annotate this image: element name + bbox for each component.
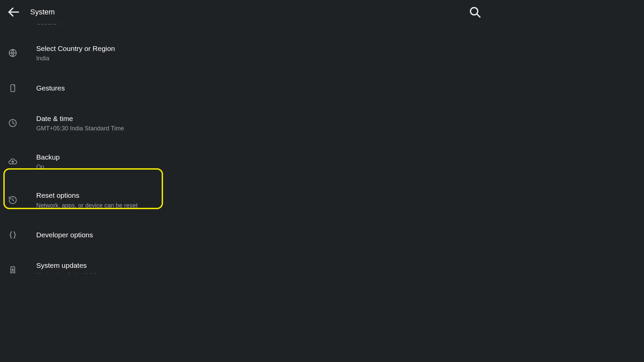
item-subtitle: India	[36, 55, 115, 62]
partial-previous-item: Gboard	[0, 24, 488, 30]
setting-item-date-time[interactable]: Date & timeGMT+05:30 India Standard Time	[0, 108, 488, 139]
item-text: Developer options	[36, 230, 93, 240]
arrow-back-icon	[7, 5, 20, 19]
globe-icon	[8, 48, 36, 58]
item-text: Gestures	[36, 83, 65, 93]
item-text: Date & timeGMT+05:30 India Standard Time	[36, 114, 124, 133]
item-text: Select Country or RegionIndia	[36, 44, 115, 63]
settings-list: Gboard Select Country or RegionIndia Ges…	[0, 24, 488, 274]
gesture-icon	[8, 83, 36, 93]
system-update-icon	[8, 265, 36, 274]
page-title: System	[30, 8, 55, 16]
svg-rect-5	[11, 84, 15, 92]
setting-item-country[interactable]: Select Country or RegionIndia	[0, 38, 488, 69]
braces-icon	[8, 230, 36, 240]
cloud-upload-icon	[8, 157, 36, 166]
item-text: BackupOn	[36, 152, 60, 171]
search-icon	[468, 5, 482, 19]
partial-subtitle: Gboard	[36, 24, 488, 25]
svg-point-6	[14, 85, 15, 86]
restore-icon	[8, 195, 36, 205]
item-title: Backup	[36, 152, 60, 162]
item-title: Date & time	[36, 114, 124, 123]
item-subtitle: Updated to Android 11	[36, 272, 96, 274]
back-button[interactable]	[7, 5, 20, 19]
item-title: Gestures	[36, 83, 65, 93]
item-title: Developer options	[36, 230, 93, 240]
setting-item-backup[interactable]: BackupOn	[0, 146, 488, 177]
item-title: Select Country or Region	[36, 44, 115, 53]
svg-line-2	[477, 14, 480, 17]
app-header: System	[0, 0, 488, 24]
search-button[interactable]	[468, 5, 482, 19]
item-subtitle: On	[36, 163, 60, 171]
item-title: System updates	[36, 260, 96, 270]
setting-item-updates[interactable]: System updatesUpdated to Android 11	[0, 254, 488, 274]
clock-icon	[8, 118, 36, 128]
item-text: System updatesUpdated to Android 11	[36, 260, 96, 274]
item-text: Reset optionsNetwork, apps, or device ca…	[36, 190, 138, 209]
item-subtitle: Network, apps, or device can be reset	[36, 202, 138, 209]
item-subtitle: GMT+05:30 India Standard Time	[36, 125, 124, 132]
setting-item-reset[interactable]: Reset optionsNetwork, apps, or device ca…	[0, 184, 488, 216]
item-title: Reset options	[36, 190, 138, 200]
setting-item-developer[interactable]: Developer options	[0, 223, 488, 247]
setting-item-gestures[interactable]: Gestures	[0, 76, 488, 100]
